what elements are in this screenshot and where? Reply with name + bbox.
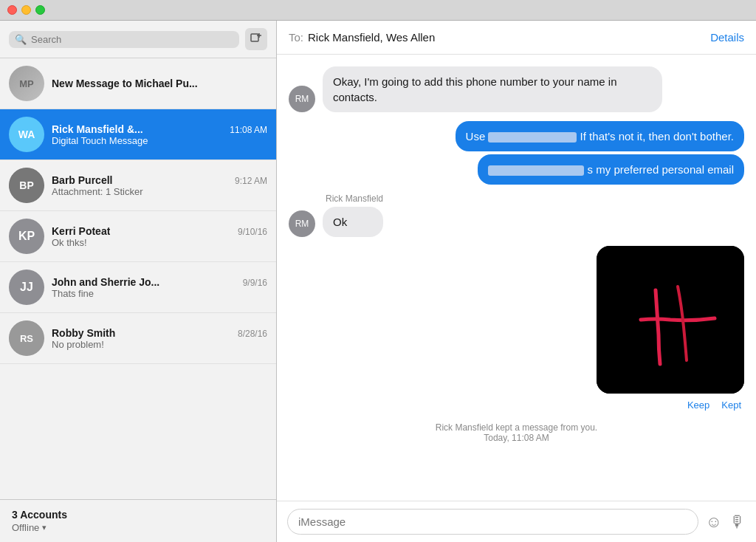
to-label: To: [289, 31, 303, 44]
avatar-rick-msg-2: RM [289, 210, 315, 237]
sidebar-header: 🔍 [0, 21, 276, 58]
avatar-michael-pu: MP [9, 66, 44, 101]
digital-touch-svg [597, 246, 744, 394]
conv-name-john-sherrie: John and Sherrie Jo... [52, 276, 159, 288]
chat-panel: To: Rick Mansfield, Wes Allen Details RM… [277, 21, 756, 542]
bubble-sent-2: s my preferred personal email [478, 154, 744, 185]
conversation-item-barb[interactable]: BP Barb Purcell 9:12 AM Attachment: 1 St… [0, 160, 276, 211]
to-field: To: Rick Mansfield, Wes Allen [289, 31, 435, 44]
conv-preview-john-sherrie: Thats fine [52, 288, 267, 299]
bubble-received-ok: Ok [323, 207, 383, 237]
search-icon: 🔍 [15, 34, 27, 45]
conv-info-barb: Barb Purcell 9:12 AM Attachment: 1 Stick… [52, 174, 267, 197]
conv-info-john-sherrie: John and Sherrie Jo... 9/9/16 Thats fine [52, 276, 267, 299]
conversation-item-rick-wes[interactable]: WA Rick Mansfield &... 11:08 AM Digital … [0, 109, 276, 160]
message-sent-group-1: Use If that's not it, then don't bother.… [289, 121, 744, 185]
conv-name-barb: Barb Purcell [52, 174, 112, 186]
keep-row: Keep Kept [687, 399, 744, 411]
chat-messages: RM Okay, I'm going to add this phone num… [277, 55, 756, 501]
compose-icon [250, 33, 262, 45]
conv-name-kerri: Kerri Poteat [52, 225, 110, 237]
accounts-label: 3 Accounts [12, 509, 264, 521]
digital-touch-group: Keep Kept [289, 246, 744, 411]
redacted-2 [488, 165, 584, 176]
avatar-robby: RS [9, 320, 44, 356]
conv-info-rick-wes: Rick Mansfield &... 11:08 AM Digital Tou… [52, 123, 267, 146]
conv-name-rick-wes: Rick Mansfield &... [52, 123, 143, 135]
conv-time-robby: 8/28/16 [238, 329, 267, 339]
offline-status: Offline [12, 522, 39, 533]
message-row-received-2: RM Rick Mansfield Ok [289, 193, 744, 237]
message-row-received-1: RM Okay, I'm going to add this phone num… [289, 66, 744, 112]
avatar-john-sherrie: JJ [9, 270, 44, 305]
conversation-item-john-sherrie[interactable]: JJ John and Sherrie Jo... 9/9/16 Thats f… [0, 262, 276, 313]
conv-time-barb: 9:12 AM [235, 176, 267, 186]
conv-time-john-sherrie: 9/9/16 [243, 278, 267, 288]
maximize-button[interactable] [35, 5, 45, 15]
conversation-item-kerri[interactable]: KP Kerri Poteat 9/10/16 Ok thks! [0, 211, 276, 262]
conv-info-robby: Robby Smith 8/28/16 No problem! [52, 327, 267, 350]
conv-info-kerri: Kerri Poteat 9/10/16 Ok thks! [52, 225, 267, 248]
keep-button[interactable]: Keep [687, 399, 709, 411]
details-button[interactable]: Details [710, 31, 744, 44]
bubble-received-1: Okay, I'm going to add this phone number… [323, 66, 662, 112]
avatar-rick-msg: RM [289, 86, 315, 112]
conv-time-rick-wes: 11:08 AM [230, 125, 267, 135]
minimize-button[interactable] [21, 5, 31, 15]
close-button[interactable] [7, 5, 17, 15]
search-bar[interactable]: 🔍 [9, 31, 239, 48]
redacted-1 [488, 132, 577, 143]
sidebar-footer: 3 Accounts Offline ▾ [0, 499, 276, 542]
bubble-sent-1: Use If that's not it, then don't bother. [456, 121, 744, 151]
status-text: Rick Mansfield kept a message from you. … [289, 422, 744, 443]
title-bar [0, 0, 756, 21]
kept-button[interactable]: Kept [721, 399, 741, 411]
conv-name-robby: Robby Smith [52, 327, 115, 339]
digital-touch-image [597, 246, 744, 394]
conv-time-kerri: 9/10/16 [238, 227, 267, 237]
conv-preview-barb: Attachment: 1 Sticker [52, 186, 267, 197]
conv-preview-kerri: Ok thks! [52, 237, 267, 248]
avatar-barb: BP [9, 168, 44, 203]
chat-header: To: Rick Mansfield, Wes Allen Details [277, 21, 756, 55]
conversation-list: MP New Message to Michael Pu... WA Rick … [0, 58, 276, 499]
avatar-rick-wes: WA [9, 117, 44, 152]
conv-preview-robby: No problem! [52, 339, 267, 350]
to-recipients: Rick Mansfield, Wes Allen [308, 31, 435, 44]
traffic-lights [7, 5, 45, 15]
conversation-item-robby[interactable]: RS Robby Smith 8/28/16 No problem! [0, 313, 276, 364]
search-input[interactable] [31, 34, 233, 45]
conv-preview-rick-wes: Digital Touch Message [52, 135, 267, 146]
compose-button[interactable] [245, 28, 267, 50]
sidebar: 🔍 MP New Message [0, 21, 277, 542]
main-container: 🔍 MP New Message [0, 21, 756, 542]
avatar-kerri: KP [9, 219, 44, 254]
imessage-input[interactable] [287, 509, 698, 535]
conv-name-michael-pu: New Message to Michael Pu... [52, 78, 198, 89]
chat-input-bar: ☺ 🎙 [277, 501, 756, 542]
conversation-item-michael-pu[interactable]: MP New Message to Michael Pu... [0, 58, 276, 109]
conv-info-michael-pu: New Message to Michael Pu... [52, 78, 267, 89]
emoji-button[interactable]: ☺ [706, 512, 722, 532]
chevron-down-icon[interactable]: ▾ [42, 523, 47, 532]
sender-name-rick: Rick Mansfield [326, 193, 383, 204]
microphone-button[interactable]: 🎙 [729, 512, 746, 532]
